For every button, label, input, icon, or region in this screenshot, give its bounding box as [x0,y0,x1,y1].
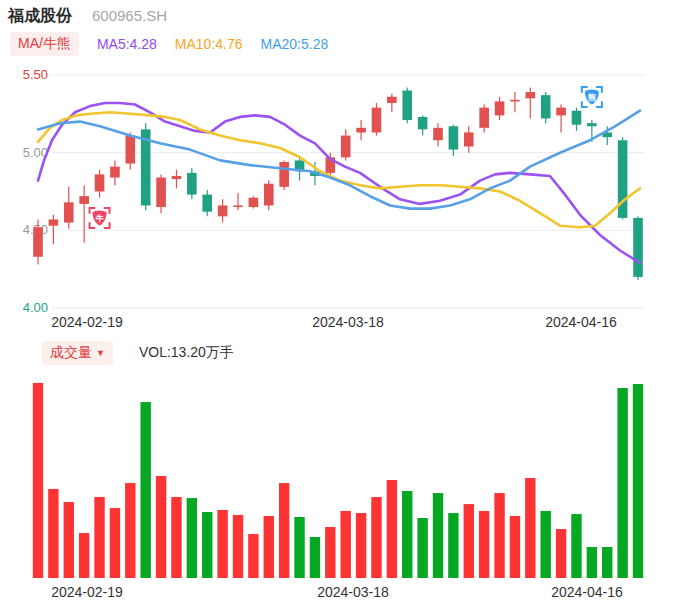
dropdown-arrow-icon: ▼ [96,348,105,358]
volume-bar[interactable] [341,511,351,578]
candlestick[interactable] [341,136,351,158]
volume-bar[interactable] [356,513,366,578]
volume-axis-date-3: 2024-04-16 [551,584,623,600]
candlestick[interactable] [402,91,412,121]
ma10-legend-value: MA10:4.76 [175,36,243,52]
volume-bar[interactable] [525,478,535,578]
volume-indicator-label: 成交量 [50,344,92,362]
candlestick[interactable] [233,205,243,207]
price-candlestick-chart: 5.505.004.504.00牛熊 [0,60,686,322]
volume-bar[interactable] [602,547,612,578]
volume-bar[interactable] [279,483,289,578]
volume-bar[interactable] [571,514,581,578]
volume-bar[interactable] [233,515,243,578]
price-axis-date-1: 2024-02-19 [51,314,123,330]
price-axis-tick: 5.50 [23,67,48,82]
volume-axis-date-2: 2024-03-18 [317,584,389,600]
volume-bar[interactable] [248,534,258,578]
candlestick[interactable] [464,132,474,146]
candlestick[interactable] [249,198,259,207]
candlestick[interactable] [49,219,59,225]
ma10-line [38,112,640,227]
candlestick[interactable] [449,126,459,149]
price-axis-tick: 4.00 [23,300,48,315]
volume-bar[interactable] [171,497,181,578]
volume-bar[interactable] [48,489,58,578]
svg-text:牛: 牛 [96,214,105,223]
volume-bar[interactable] [387,480,397,578]
candlestick[interactable] [279,162,289,187]
stock-code: 600965.SH [92,7,167,24]
ma5-line [38,103,640,263]
volume-bar-chart [0,370,686,580]
price-axis-date-3: 2024-04-16 [545,314,617,330]
volume-bar[interactable] [79,533,89,578]
ma20-legend-value: MA20:5.28 [261,36,329,52]
volume-bar[interactable] [633,384,643,578]
volume-bar[interactable] [310,537,320,578]
volume-bar[interactable] [156,476,166,578]
volume-indicator-dropdown[interactable]: 成交量▼ [42,341,113,365]
volume-bar[interactable] [617,388,627,578]
candlestick[interactable] [526,92,536,98]
candlestick[interactable] [479,108,489,128]
candlestick[interactable] [495,101,505,115]
candlestick[interactable] [33,227,43,257]
candlestick[interactable] [418,117,428,129]
candlestick[interactable] [633,218,643,277]
candlestick[interactable] [510,100,520,102]
volume-bar[interactable] [510,516,520,578]
volume-bar[interactable] [371,497,381,578]
volume-bar[interactable] [94,497,104,578]
candlestick[interactable] [64,202,74,222]
volume-bar[interactable] [217,510,227,578]
candlestick[interactable] [264,184,274,206]
svg-text:熊: 熊 [588,93,597,102]
volume-axis-date-1: 2024-02-19 [51,584,123,600]
stock-chart-app: 福成股份 600965.SH MA/牛熊 MA5:4.28 MA10:4.76 … [0,0,686,606]
candlestick[interactable] [202,195,212,212]
volume-bar[interactable] [140,402,150,578]
candlestick[interactable] [433,128,443,140]
volume-bar[interactable] [448,513,458,578]
volume-bar[interactable] [294,517,304,578]
bull-badge-icon[interactable]: 牛 [90,208,110,228]
volume-bar[interactable] [417,518,427,578]
candlestick[interactable] [172,176,182,179]
volume-bar[interactable] [33,383,43,578]
candlestick[interactable] [587,123,597,126]
volume-bar[interactable] [479,511,489,578]
candlestick[interactable] [110,167,120,178]
ma-bullbear-toggle[interactable]: MA/牛熊 [10,32,79,56]
candlestick[interactable] [541,95,551,118]
volume-bar[interactable] [433,493,443,578]
candlestick[interactable] [372,108,382,133]
candlestick[interactable] [95,174,105,191]
stock-name: 福成股份 [8,6,72,27]
candlestick[interactable] [187,173,197,195]
volume-bar[interactable] [325,527,335,578]
volume-bar[interactable] [125,483,135,578]
volume-bar[interactable] [464,504,474,578]
volume-bar[interactable] [264,516,274,578]
candlestick[interactable] [79,196,89,204]
candlestick[interactable] [218,205,228,216]
volume-bar[interactable] [494,493,504,578]
price-axis-date-2: 2024-03-18 [312,314,384,330]
candlestick[interactable] [572,111,582,125]
volume-bar[interactable] [110,508,120,578]
candlestick[interactable] [387,97,397,103]
volume-bar[interactable] [187,498,197,578]
candlestick[interactable] [556,108,566,116]
candlestick[interactable] [356,128,366,133]
volume-value-readout: VOL:13.20万手 [139,344,234,362]
candlestick[interactable] [156,178,166,208]
volume-bar[interactable] [556,529,566,578]
volume-bar[interactable] [587,547,597,578]
volume-bar[interactable] [202,512,212,578]
volume-bar[interactable] [64,502,74,578]
volume-bar[interactable] [541,511,551,578]
bear-badge-icon[interactable]: 熊 [582,87,602,107]
candlestick[interactable] [126,136,136,164]
volume-bar[interactable] [402,491,412,578]
